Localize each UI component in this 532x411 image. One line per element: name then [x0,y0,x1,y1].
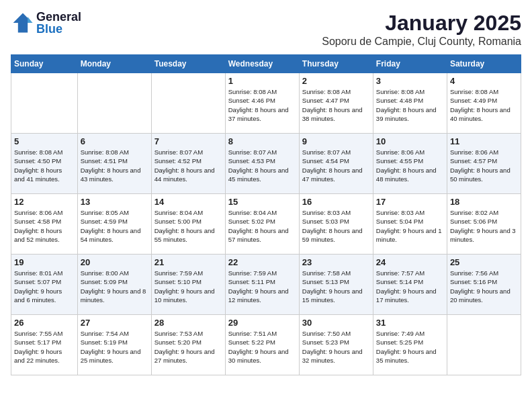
calendar-week-row: 19Sunrise: 8:01 AM Sunset: 5:07 PM Dayli… [11,255,521,315]
page-title: January 2025 [322,11,521,36]
logo: General Blue [11,11,81,35]
day-number: 26 [14,318,75,328]
day-number: 4 [450,76,518,86]
day-info: Sunrise: 8:04 AM Sunset: 5:00 PM Dayligh… [154,208,222,244]
day-number: 25 [450,257,518,267]
weekday-header-thursday: Thursday [299,55,373,73]
calendar-cell: 12Sunrise: 8:06 AM Sunset: 4:58 PM Dayli… [11,194,78,255]
calendar-cell: 14Sunrise: 8:04 AM Sunset: 5:00 PM Dayli… [151,194,225,255]
day-number: 20 [81,257,148,267]
calendar-cell: 9Sunrise: 8:07 AM Sunset: 4:54 PM Daylig… [299,134,373,194]
calendar-week-row: 12Sunrise: 8:06 AM Sunset: 4:58 PM Dayli… [11,194,521,255]
day-info: Sunrise: 8:00 AM Sunset: 5:09 PM Dayligh… [81,269,148,304]
day-info: Sunrise: 8:02 AM Sunset: 5:06 PM Dayligh… [450,208,518,244]
day-info: Sunrise: 7:50 AM Sunset: 5:23 PM Dayligh… [302,329,370,365]
calendar-cell: 24Sunrise: 7:57 AM Sunset: 5:14 PM Dayli… [373,255,447,315]
calendar-cell: 20Sunrise: 8:00 AM Sunset: 5:09 PM Dayli… [77,255,151,315]
day-info: Sunrise: 7:58 AM Sunset: 5:13 PM Dayligh… [302,269,370,304]
day-number: 17 [376,197,444,207]
day-info: Sunrise: 7:54 AM Sunset: 5:19 PM Dayligh… [81,329,148,365]
calendar-cell: 1Sunrise: 8:08 AM Sunset: 4:46 PM Daylig… [225,73,299,134]
weekday-header-wednesday: Wednesday [225,55,299,73]
day-number: 23 [302,257,370,267]
calendar-cell: 31Sunrise: 7:49 AM Sunset: 5:25 PM Dayli… [373,315,447,375]
calendar-cell: 10Sunrise: 8:06 AM Sunset: 4:55 PM Dayli… [373,134,447,194]
day-info: Sunrise: 7:49 AM Sunset: 5:25 PM Dayligh… [376,329,444,365]
calendar-cell: 3Sunrise: 8:08 AM Sunset: 4:48 PM Daylig… [373,73,447,134]
day-number: 30 [302,318,370,328]
calendar-cell: 29Sunrise: 7:51 AM Sunset: 5:22 PM Dayli… [225,315,299,375]
day-number: 16 [302,197,370,207]
day-number: 28 [154,318,222,328]
day-info: Sunrise: 7:55 AM Sunset: 5:17 PM Dayligh… [14,329,75,365]
day-number: 5 [14,136,75,146]
logo-blue-text: Blue [36,23,81,35]
calendar-table: SundayMondayTuesdayWednesdayThursdayFrid… [11,54,521,375]
day-number: 11 [450,136,518,146]
day-number: 31 [376,318,444,328]
calendar-cell: 21Sunrise: 7:59 AM Sunset: 5:10 PM Dayli… [151,255,225,315]
day-number: 12 [14,197,75,207]
calendar-cell: 26Sunrise: 7:55 AM Sunset: 5:17 PM Dayli… [11,315,78,375]
day-number: 13 [81,197,148,207]
weekday-header-sunday: Sunday [11,55,78,73]
day-info: Sunrise: 7:57 AM Sunset: 5:14 PM Dayligh… [376,269,444,304]
day-number: 29 [228,318,296,328]
day-number: 1 [228,76,296,86]
logo-icon [11,11,35,35]
logo-general-text: General [36,11,81,23]
calendar-cell: 25Sunrise: 7:56 AM Sunset: 5:16 PM Dayli… [447,255,521,315]
calendar-week-row: 26Sunrise: 7:55 AM Sunset: 5:17 PM Dayli… [11,315,521,375]
calendar-cell: 19Sunrise: 8:01 AM Sunset: 5:07 PM Dayli… [11,255,78,315]
day-info: Sunrise: 8:08 AM Sunset: 4:48 PM Dayligh… [376,87,444,123]
calendar-cell [11,73,78,134]
day-info: Sunrise: 8:07 AM Sunset: 4:54 PM Dayligh… [302,148,370,183]
calendar-cell: 7Sunrise: 8:07 AM Sunset: 4:52 PM Daylig… [151,134,225,194]
day-number: 19 [14,257,75,267]
day-number: 7 [154,136,222,146]
day-info: Sunrise: 8:06 AM Sunset: 4:58 PM Dayligh… [14,208,75,244]
day-info: Sunrise: 7:59 AM Sunset: 5:11 PM Dayligh… [228,269,296,304]
day-number: 10 [376,136,444,146]
calendar-cell [447,315,521,375]
weekday-header-row: SundayMondayTuesdayWednesdayThursdayFrid… [11,55,521,73]
day-number: 8 [228,136,296,146]
calendar-cell: 6Sunrise: 8:08 AM Sunset: 4:51 PM Daylig… [77,134,151,194]
day-number: 15 [228,197,296,207]
day-number: 24 [376,257,444,267]
day-info: Sunrise: 8:08 AM Sunset: 4:49 PM Dayligh… [450,87,518,123]
day-info: Sunrise: 8:08 AM Sunset: 4:46 PM Dayligh… [228,87,296,123]
calendar-cell: 4Sunrise: 8:08 AM Sunset: 4:49 PM Daylig… [447,73,521,134]
day-info: Sunrise: 8:06 AM Sunset: 4:55 PM Dayligh… [376,148,444,183]
weekday-header-saturday: Saturday [447,55,521,73]
weekday-header-friday: Friday [373,55,447,73]
page-subtitle: Soporu de Campie, Cluj County, Romania [322,36,521,48]
day-info: Sunrise: 8:01 AM Sunset: 5:07 PM Dayligh… [14,269,75,304]
day-info: Sunrise: 7:51 AM Sunset: 5:22 PM Dayligh… [228,329,296,365]
calendar-week-row: 1Sunrise: 8:08 AM Sunset: 4:46 PM Daylig… [11,73,521,134]
day-info: Sunrise: 8:06 AM Sunset: 4:57 PM Dayligh… [450,148,518,183]
svg-marker-1 [28,17,32,23]
calendar-cell: 16Sunrise: 8:03 AM Sunset: 5:03 PM Dayli… [299,194,373,255]
day-info: Sunrise: 8:08 AM Sunset: 4:51 PM Dayligh… [81,148,148,183]
day-info: Sunrise: 7:56 AM Sunset: 5:16 PM Dayligh… [450,269,518,304]
day-number: 18 [450,197,518,207]
day-number: 21 [154,257,222,267]
calendar-week-row: 5Sunrise: 8:08 AM Sunset: 4:50 PM Daylig… [11,134,521,194]
calendar-cell: 17Sunrise: 8:03 AM Sunset: 5:04 PM Dayli… [373,194,447,255]
calendar-cell: 22Sunrise: 7:59 AM Sunset: 5:11 PM Dayli… [225,255,299,315]
day-number: 27 [81,318,148,328]
day-info: Sunrise: 8:08 AM Sunset: 4:50 PM Dayligh… [14,148,75,183]
day-number: 2 [302,76,370,86]
calendar-cell: 27Sunrise: 7:54 AM Sunset: 5:19 PM Dayli… [77,315,151,375]
title-block: January 2025 Soporu de Campie, Cluj Coun… [322,11,521,48]
calendar-cell: 5Sunrise: 8:08 AM Sunset: 4:50 PM Daylig… [11,134,78,194]
day-info: Sunrise: 8:05 AM Sunset: 4:59 PM Dayligh… [81,208,148,244]
day-info: Sunrise: 8:04 AM Sunset: 5:02 PM Dayligh… [228,208,296,244]
weekday-header-tuesday: Tuesday [151,55,225,73]
calendar-cell [151,73,225,134]
day-number: 6 [81,136,148,146]
page-header: General Blue January 2025 Soporu de Camp… [11,11,521,48]
calendar-cell: 13Sunrise: 8:05 AM Sunset: 4:59 PM Dayli… [77,194,151,255]
day-info: Sunrise: 8:03 AM Sunset: 5:04 PM Dayligh… [376,208,444,244]
